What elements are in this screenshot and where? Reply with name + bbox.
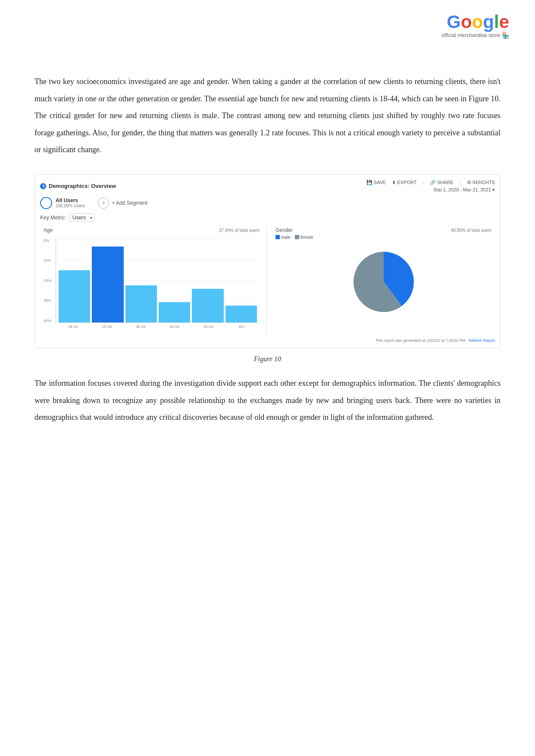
insights-button[interactable]: ⚙ INSIGHTS xyxy=(467,180,495,185)
report-footer-text: This report was generated on 3/22/21 at … xyxy=(375,338,469,343)
legend-female: female xyxy=(295,235,313,240)
bars-container xyxy=(56,238,260,323)
male-swatch xyxy=(275,235,280,239)
figure-caption: Figure 10 xyxy=(34,355,501,363)
bar-col-65plus xyxy=(225,238,257,322)
figure-10: ℹ Demographics: Overview 💾 SAVE ⬇ EXPORT… xyxy=(34,174,501,348)
female-swatch xyxy=(295,235,299,239)
x-label-35-44: 35-44 xyxy=(125,323,156,333)
key-metric-row: Key Metric: Users xyxy=(40,213,495,222)
x-axis-labels: 18-24 25-34 35-44 45-54 55-64 65+ xyxy=(56,323,260,333)
x-label-55-64: 55-64 xyxy=(193,323,224,333)
store-icon: 🏪 xyxy=(502,32,509,39)
bar-col-45-54 xyxy=(159,238,190,322)
chevron-down-icon: ▾ xyxy=(492,187,495,192)
x-label-65plus: 65+ xyxy=(227,323,258,333)
charts-row: Age 37.94% of total users 40% 30% 20% 10… xyxy=(40,227,495,333)
figure-toolbar: 💾 SAVE ⬇ EXPORT | 🔗 SHARE | ⚙ INSIGHTS xyxy=(366,180,495,185)
x-label-45-54: 45-54 xyxy=(159,323,191,333)
info-dot-icon: ℹ xyxy=(40,183,46,189)
bar-col-18-24 xyxy=(59,238,90,322)
figure-header-right: 💾 SAVE ⬇ EXPORT | 🔗 SHARE | ⚙ INSIGHTS xyxy=(366,180,495,193)
figure-title: ℹ Demographics: Overview xyxy=(40,183,116,189)
store-label: official merchandise store 🏪 xyxy=(441,32,509,39)
gender-chart-section: Gender 40.85% of total users male female xyxy=(270,227,495,333)
gender-label: Gender xyxy=(275,227,293,233)
date-range[interactable]: Sep 1, 2020 - Mar 21, 2021 ▾ xyxy=(433,187,495,193)
male-pct-label: 39.8% xyxy=(292,268,304,273)
body-text-2: The information focuses covered during t… xyxy=(34,375,501,426)
age-chart-section: Age 37.94% of total users 40% 30% 20% 10… xyxy=(40,227,263,333)
x-label-18-24: 18-24 xyxy=(57,323,89,333)
metric-select[interactable]: Users xyxy=(69,213,94,222)
chart-divider xyxy=(266,227,267,333)
age-subtitle: 37.94% of total users xyxy=(219,228,260,233)
refresh-report-link[interactable]: Refresh Report xyxy=(469,338,495,343)
body-text-1: The two key socioeconomics investigated … xyxy=(34,73,501,159)
add-icon: + xyxy=(98,197,109,209)
pie-legend: male female xyxy=(275,235,491,240)
insights-icon: ⚙ xyxy=(467,180,471,185)
header-branding: Google official merchandise store 🏪 xyxy=(441,13,509,39)
age-bar-chart: 40% 30% 20% 10% 0% xyxy=(44,238,260,333)
share-button[interactable]: 🔗 SHARE xyxy=(430,180,454,185)
pie-chart: 39.8% 60.2% xyxy=(275,243,491,321)
export-icon: ⬇ xyxy=(392,180,396,185)
save-button[interactable]: 💾 SAVE xyxy=(366,180,386,185)
google-logo: Google xyxy=(441,13,509,31)
bars-flex xyxy=(56,238,260,322)
y-axis-labels: 40% 30% 20% 10% 0% xyxy=(44,238,54,323)
age-label: Age xyxy=(44,227,53,233)
segments-row: All Users 100.00% Users + + Add Segment xyxy=(40,197,495,209)
figure-header: ℹ Demographics: Overview 💾 SAVE ⬇ EXPORT… xyxy=(40,180,495,193)
report-footer: This report was generated on 3/22/21 at … xyxy=(40,337,495,343)
add-segment-button[interactable]: + + Add Segment xyxy=(98,197,147,209)
share-icon: 🔗 xyxy=(430,180,436,185)
all-users-segment[interactable]: All Users 100.00% Users xyxy=(40,197,85,209)
legend-male: male xyxy=(275,235,291,240)
gender-subtitle: 40.85% of total users xyxy=(451,228,491,233)
bar-col-25-34 xyxy=(92,238,123,322)
x-label-25-34: 25-34 xyxy=(91,323,123,333)
bar-col-55-64 xyxy=(192,238,223,322)
metric-select-wrap[interactable]: Users xyxy=(69,213,94,222)
store-label-text: official merchandise store xyxy=(441,32,500,38)
pie-svg xyxy=(349,247,418,316)
bar-col-35-44 xyxy=(125,238,157,322)
save-icon: 💾 xyxy=(366,180,372,185)
female-pct-label: 60.2% xyxy=(473,283,485,287)
segment-info: All Users 100.00% Users xyxy=(56,197,85,208)
segment-circle xyxy=(40,197,52,209)
export-button[interactable]: ⬇ EXPORT xyxy=(392,180,416,185)
